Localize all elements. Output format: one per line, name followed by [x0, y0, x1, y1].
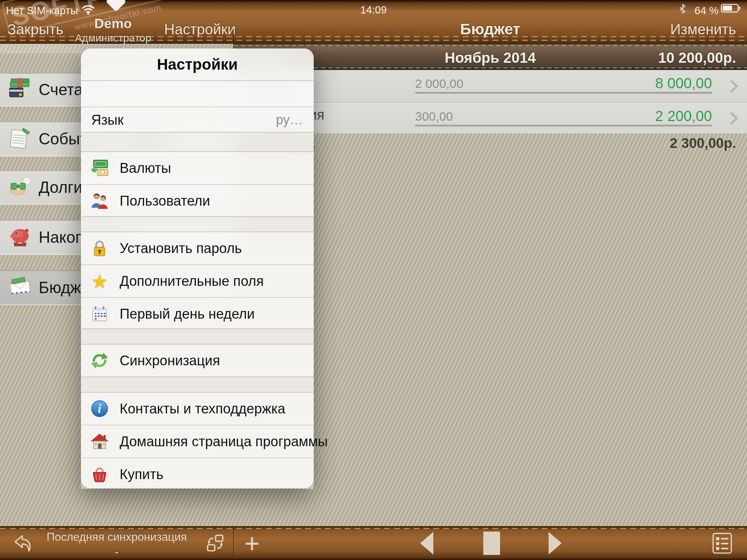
battery-icon — [721, 3, 742, 16]
svg-text:i: i — [98, 402, 101, 415]
additional-fields-star-icon: ★ — [90, 272, 109, 290]
footer-remaining-total: 2 300,00р. — [670, 136, 736, 151]
current-month-button[interactable] — [481, 526, 503, 560]
spent-value: 2 000,00 — [415, 77, 463, 91]
bluetooth-icon — [680, 4, 686, 16]
popover-row-homepage[interactable]: Домашняя страница программы — [81, 425, 314, 458]
popover-row-first-day[interactable]: Первый день недели — [81, 297, 314, 330]
popover-item-label: Установить пароль — [120, 241, 242, 256]
accounts-icon — [8, 78, 32, 102]
events-icon — [8, 127, 32, 151]
popover-section-about: i Контакты и техподдержка Домашняя стран… — [81, 392, 314, 489]
popover-title: Настройки — [81, 48, 314, 80]
sidebar-item-label: Долги — [39, 178, 82, 197]
popover-item-label: Синхронизация — [120, 353, 220, 369]
prev-month-button[interactable] — [416, 526, 438, 560]
last-sync-label: Последняя синхронизация — [44, 530, 190, 544]
progress-bar — [415, 125, 712, 127]
chevron-right-icon — [725, 79, 738, 92]
users-icon — [90, 192, 109, 210]
home-icon — [90, 432, 109, 451]
next-month-button[interactable] — [544, 526, 566, 560]
currencies-icon — [90, 159, 109, 177]
user-role: Администратор — [62, 32, 164, 44]
add-button[interactable]: + — [239, 526, 265, 560]
popover-row-set-password[interactable]: Установить пароль — [81, 232, 314, 264]
savings-icon — [8, 225, 32, 249]
info-icon: i — [90, 400, 109, 418]
close-button[interactable]: Закрыть — [7, 21, 63, 38]
popover-item-label: Валюты — [120, 160, 171, 176]
undo-button[interactable] — [9, 526, 35, 560]
stitch-seam — [0, 528, 747, 529]
language-value: ру… — [276, 112, 303, 128]
popover-section-preferences: Установить пароль ★ Дополнительные поля … — [81, 232, 314, 329]
popover-item-label: Домашняя страница программы — [120, 434, 328, 450]
nav-row: Закрыть Demo Администратор Настройки Бюд… — [0, 15, 747, 43]
popover-row-currencies[interactable]: Валюты — [81, 152, 314, 184]
popover-row-additional-fields[interactable]: ★ Дополнительные поля — [81, 264, 314, 297]
edit-button[interactable]: Изменить — [670, 21, 736, 38]
first-day-calendar-icon — [90, 305, 109, 323]
popover-section-directories: Валюты Пользователи — [81, 151, 314, 217]
report-list-button[interactable] — [711, 526, 734, 560]
language-label: Язык — [91, 112, 124, 128]
user-name: Demo — [62, 16, 164, 31]
app-screen: Нет SIM-карты 14:09 64 % Закрыть Demo Ад… — [0, 0, 747, 560]
progress-bar — [415, 92, 712, 94]
settings-popover: Настройки Язык ру… Валюты Пользователи — [81, 48, 314, 488]
period-total: 10 200,00р. — [658, 50, 736, 66]
popover-item-label: Купить — [120, 467, 163, 482]
popover-row-language[interactable]: Язык ру… — [81, 106, 314, 133]
last-sync-value: - — [44, 545, 190, 559]
spent-value: 300,00 — [415, 109, 453, 124]
transfer-button[interactable] — [204, 526, 226, 560]
stitch-seam — [0, 36, 747, 37]
popover-section-sync: Синхронизация — [81, 344, 314, 377]
budget-icon — [8, 276, 32, 300]
stitch-seam — [0, 40, 747, 41]
pane-divider — [233, 526, 234, 560]
bottom-toolbar: Последняя синхронизация - + — [0, 526, 747, 560]
sync-icon — [90, 351, 109, 370]
popover-section-language: Язык ру… — [81, 80, 314, 133]
remaining-value: 2 200,00 — [655, 108, 712, 124]
popover-row-buy[interactable]: Купить — [81, 458, 314, 490]
popover-item-label: Пользователи — [120, 193, 210, 209]
password-lock-icon — [90, 239, 109, 257]
popover-row-sync[interactable]: Синхронизация — [81, 345, 314, 377]
last-sync-status: Последняя синхронизация - — [44, 530, 190, 559]
buy-basket-icon — [90, 465, 109, 483]
remaining-value: 8 000,00 — [655, 75, 712, 92]
popover-row-blank[interactable] — [81, 81, 314, 106]
chevron-right-icon — [725, 112, 738, 125]
popover-row-users[interactable]: Пользователи — [81, 184, 314, 217]
popover-item-label: Первый день недели — [120, 306, 255, 322]
popover-item-label: Контакты и техподдержка — [120, 401, 285, 417]
debts-icon — [8, 175, 32, 199]
sidebar-item-label: Счета — [39, 81, 83, 99]
popover-row-contacts[interactable]: i Контакты и техподдержка — [81, 393, 314, 425]
settings-button[interactable]: Настройки — [164, 21, 231, 38]
popover-item-label: Дополнительные поля — [120, 273, 264, 289]
